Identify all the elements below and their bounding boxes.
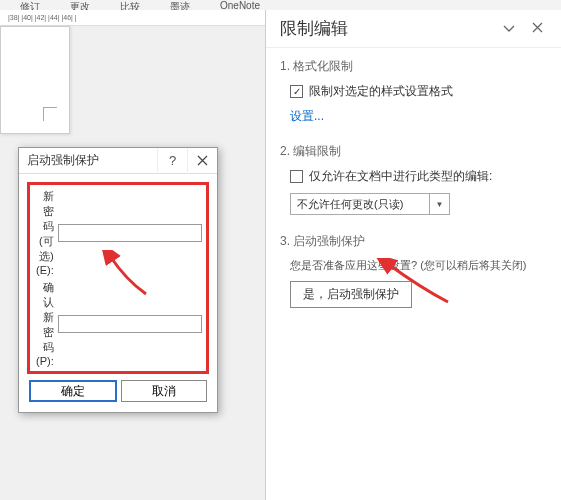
editing-type-dropdown[interactable]: 不允许任何更改(只读) ▼ [290,193,450,215]
ruler: |38| |40| |42| |44| |46| | [0,10,265,26]
tab-ink[interactable]: 墨迹 [170,0,190,10]
chevron-down-icon: ▼ [429,194,449,214]
ruler-marks: |38| |40| |42| |44| |46| | [8,14,77,21]
panel-body: 1. 格式化限制 限制对选定的样式设置格式 设置... 2. 编辑限制 仅允许在… [266,48,561,336]
dialog-body: 新密码(可选)(E): 确认新密码(P): 确定 取消 [19,174,217,412]
new-password-label: 新密码(可选)(E): [36,189,54,276]
panel-header: 限制编辑 [266,10,561,48]
section-3-title: 3. 启动强制保护 [280,233,547,250]
document-page[interactable] [0,26,70,134]
start-protection-button[interactable]: 是，启动强制保护 [290,281,412,308]
tab-changes[interactable]: 更改 [70,0,90,10]
highlight-box: 新密码(可选)(E): 确认新密码(P): [27,182,209,374]
dialog-title: 启动强制保护 [27,152,157,169]
tab-compare[interactable]: 比较 [120,0,140,10]
close-panel-icon[interactable] [527,21,547,36]
formatting-checkbox[interactable] [290,85,303,98]
help-button[interactable]: ? [157,148,187,174]
section-1-title: 1. 格式化限制 [280,58,547,75]
section-editing: 2. 编辑限制 仅允许在文档中进行此类型的编辑: 不允许任何更改(只读) ▼ [280,143,547,215]
section-protection: 3. 启动强制保护 您是否准备应用这些设置? (您可以稍后将其关闭) 是，启动强… [280,233,547,308]
section-formatting: 1. 格式化限制 限制对选定的样式设置格式 设置... [280,58,547,125]
editing-checkbox-label: 仅允许在文档中进行此类型的编辑: [309,168,492,185]
ribbon-tabs: 修订 更改 比较 墨迹 OneNote [0,0,561,10]
dialog-titlebar: 启动强制保护 ? [19,148,217,174]
tab-onenote[interactable]: OneNote [220,0,260,10]
cancel-button[interactable]: 取消 [121,380,207,402]
panel-title: 限制编辑 [280,17,491,40]
close-icon[interactable] [187,148,217,174]
protection-question: 您是否准备应用这些设置? (您可以稍后将其关闭) [290,258,547,273]
formatting-checkbox-label: 限制对选定的样式设置格式 [309,83,453,100]
settings-link[interactable]: 设置... [290,109,324,123]
restrict-editing-panel: 限制编辑 1. 格式化限制 限制对选定的样式设置格式 设置... 2. 编辑限制 [265,10,561,500]
start-protection-dialog: 启动强制保护 ? 新密码(可选)(E): 确认新密码(P): 确定 取消 [18,147,218,413]
chevron-down-icon[interactable] [499,21,519,36]
dropdown-value: 不允许任何更改(只读) [291,197,429,212]
section-2-title: 2. 编辑限制 [280,143,547,160]
editing-checkbox[interactable] [290,170,303,183]
ok-button[interactable]: 确定 [29,380,117,402]
crop-mark-icon [43,107,57,121]
tab-revision[interactable]: 修订 [20,0,40,10]
new-password-field[interactable] [58,224,202,242]
confirm-password-field[interactable] [58,315,202,333]
confirm-password-label: 确认新密码(P): [36,280,54,367]
